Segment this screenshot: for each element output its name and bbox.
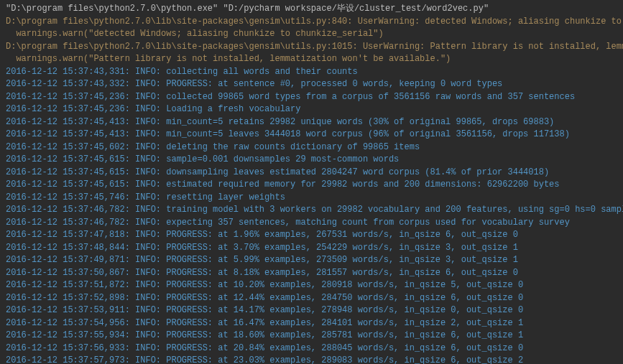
console-line: 2016-12-12 15:37:46,782: INFO: training …	[6, 204, 617, 217]
console-output: "D:\program files\python2.7.0\python.exe…	[6, 3, 617, 364]
console-line: 2016-12-12 15:37:45,236: INFO: collected…	[6, 91, 617, 104]
console-line: 2016-12-12 15:37:46,782: INFO: expecting…	[6, 217, 617, 230]
console-line: 2016-12-12 15:37:54,956: INFO: PROGRESS:…	[6, 317, 617, 330]
console-line: 2016-12-12 15:37:45,615: INFO: estimated…	[6, 179, 617, 192]
console-line: 2016-12-12 15:37:45,615: INFO: sample=0.…	[6, 154, 617, 167]
console-line: 2016-12-12 15:37:55,934: INFO: PROGRESS:…	[6, 330, 617, 342]
console-line: 2016-12-12 15:37:56,933: INFO: PROGRESS:…	[6, 342, 617, 355]
console-line: 2016-12-12 15:37:50,867: INFO: PROGRESS:…	[6, 267, 617, 280]
console-line: 2016-12-12 15:37:49,871: INFO: PROGRESS:…	[6, 254, 617, 267]
console-line: 2016-12-12 15:37:53,911: INFO: PROGRESS:…	[6, 304, 617, 317]
console-line: warnings.warn("Pattern library is not in…	[6, 53, 617, 66]
console-line: "D:\program files\python2.7.0\python.exe…	[6, 3, 617, 16]
console-line: warnings.warn("detected Windows; aliasin…	[6, 28, 617, 41]
console-line: 2016-12-12 15:37:52,898: INFO: PROGRESS:…	[6, 292, 617, 305]
console-line: 2016-12-12 15:37:45,236: INFO: Loading a…	[6, 103, 617, 116]
console-line: 2016-12-12 15:37:57,973: INFO: PROGRESS:…	[6, 355, 617, 364]
console-line: 2016-12-12 15:37:45,602: INFO: deleting …	[6, 141, 617, 154]
console-line: 2016-12-12 15:37:45,615: INFO: downsampl…	[6, 167, 617, 179]
console-line: 2016-12-12 15:37:43,332: INFO: PROGRESS:…	[6, 78, 617, 91]
console-line: D:\program files\python2.7.0\lib\site-pa…	[6, 41, 617, 54]
console-line: 2016-12-12 15:37:51,872: INFO: PROGRESS:…	[6, 279, 617, 292]
console-line: 2016-12-12 15:37:43,331: INFO: collectin…	[6, 66, 617, 79]
console-line: 2016-12-12 15:37:45,413: INFO: min_count…	[6, 129, 617, 141]
console-line: 2016-12-12 15:37:45,413: INFO: min_count…	[6, 116, 617, 129]
console-line: 2016-12-12 15:37:47,818: INFO: PROGRESS:…	[6, 229, 617, 242]
console-line: 2016-12-12 15:37:48,844: INFO: PROGRESS:…	[6, 242, 617, 255]
console-line: 2016-12-12 15:37:45,746: INFO: resetting…	[6, 192, 617, 205]
console-line: D:\program files\python2.7.0\lib\site-pa…	[6, 16, 617, 29]
